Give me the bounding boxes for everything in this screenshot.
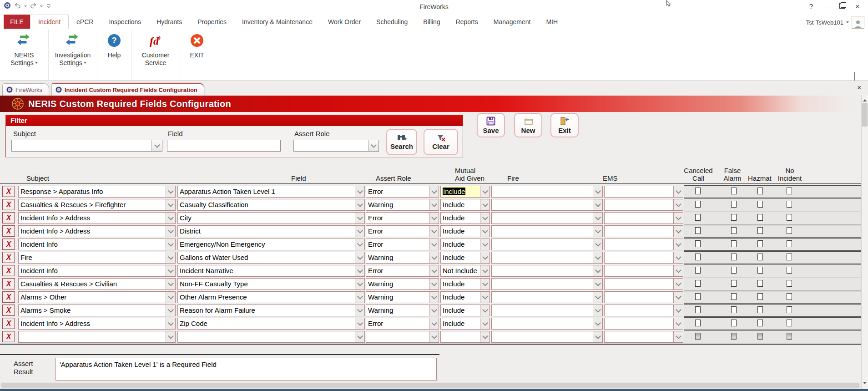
delete-row-button[interactable]: X	[2, 199, 15, 210]
tab-inventory-maintenance[interactable]: Inventory & Maintenance	[234, 15, 320, 29]
hazmat-checkbox[interactable]	[757, 267, 763, 274]
canceled-call-checkbox[interactable]	[695, 280, 701, 287]
mutual-aid-select[interactable]: Include	[440, 278, 490, 290]
canceled-call-checkbox[interactable]	[695, 333, 701, 340]
fire-select[interactable]	[491, 291, 603, 303]
mutual-aid-select[interactable]	[440, 331, 490, 343]
dropdown-arrow-icon[interactable]	[480, 305, 490, 316]
ems-select[interactable]	[604, 265, 683, 277]
delete-row-button[interactable]: X	[2, 239, 15, 250]
hazmat-checkbox[interactable]	[757, 240, 763, 247]
dropdown-arrow-icon[interactable]	[673, 292, 683, 303]
no-incident-checkbox[interactable]	[787, 280, 792, 287]
dropdown-arrow-icon[interactable]	[355, 305, 364, 316]
customer-service-button[interactable]: fd Customer Service	[131, 29, 180, 84]
dropdown-arrow-icon[interactable]	[480, 226, 490, 237]
field-select[interactable]: Reason for Alarm Failure	[177, 305, 365, 316]
dropdown-arrow-icon[interactable]	[355, 199, 364, 210]
new-button[interactable]: New	[514, 113, 542, 137]
assert-role-select[interactable]: Warning	[366, 252, 439, 264]
restore-button[interactable]	[834, 0, 850, 12]
filter-field-input[interactable]	[167, 140, 281, 152]
delete-row-button[interactable]: X	[2, 278, 15, 289]
dropdown-arrow-icon[interactable]	[166, 213, 175, 223]
field-select[interactable]: Apparatus Action Taken Level 1	[177, 186, 365, 198]
dropdown-arrow-icon[interactable]	[673, 265, 683, 276]
exit-form-button[interactable]: Exit	[550, 113, 579, 137]
mutual-aid-select[interactable]: Include	[440, 239, 490, 250]
canceled-call-checkbox[interactable]	[695, 320, 701, 326]
dropdown-arrow-icon[interactable]	[429, 305, 439, 316]
delete-row-button[interactable]: X	[2, 265, 15, 276]
hazmat-checkbox[interactable]	[757, 201, 763, 208]
tab-billing[interactable]: Billing	[415, 15, 448, 29]
dropdown-arrow-icon[interactable]	[355, 239, 364, 250]
mutual-aid-select[interactable]: Include	[440, 291, 490, 303]
canceled-call-checkbox[interactable]	[695, 240, 701, 247]
no-incident-checkbox[interactable]	[787, 254, 792, 260]
dropdown-arrow-icon[interactable]	[355, 252, 364, 263]
dropdown-arrow-icon[interactable]	[355, 213, 364, 223]
dropdown-arrow-icon[interactable]	[673, 331, 683, 342]
fire-select[interactable]	[491, 186, 603, 198]
false-alarm-checkbox[interactable]	[731, 254, 737, 260]
canceled-call-checkbox[interactable]	[695, 227, 701, 234]
dropdown-arrow-icon[interactable]	[166, 226, 175, 237]
canceled-call-checkbox[interactable]	[695, 188, 701, 194]
ems-select[interactable]	[604, 225, 683, 237]
dropdown-arrow-icon[interactable]	[151, 140, 162, 151]
subject-select[interactable]: Incident Info > Address	[18, 225, 176, 237]
false-alarm-checkbox[interactable]	[731, 240, 737, 247]
subject-select[interactable]: Alarms > Other	[18, 291, 176, 303]
dropdown-arrow-icon[interactable]	[429, 199, 439, 210]
false-alarm-checkbox[interactable]	[731, 201, 737, 208]
no-incident-checkbox[interactable]	[787, 306, 792, 313]
save-button[interactable]: Save	[477, 113, 505, 137]
close-button[interactable]: ×	[850, 0, 865, 12]
field-select[interactable]: District	[177, 225, 365, 237]
dropdown-arrow-icon[interactable]	[429, 239, 439, 250]
tab-inspections[interactable]: Inspections	[101, 15, 149, 29]
canceled-call-checkbox[interactable]	[695, 214, 701, 221]
dropdown-arrow-icon[interactable]	[593, 239, 602, 250]
dropdown-arrow-icon[interactable]	[429, 186, 439, 197]
dropdown-arrow-icon[interactable]	[593, 318, 602, 329]
fire-select[interactable]	[491, 305, 603, 316]
tab-incident[interactable]: Incident	[30, 15, 69, 29]
dropdown-arrow-icon[interactable]	[593, 252, 602, 263]
dropdown-arrow-icon[interactable]	[673, 252, 683, 263]
dropdown-arrow-icon[interactable]	[166, 252, 175, 263]
dropdown-arrow-icon[interactable]	[429, 331, 439, 342]
dropdown-arrow-icon[interactable]	[166, 279, 175, 289]
mutual-aid-select[interactable]: Include	[440, 318, 490, 330]
dropdown-arrow-icon[interactable]	[166, 265, 175, 276]
dropdown-arrow-icon[interactable]	[673, 318, 683, 329]
tab-scheduling[interactable]: Scheduling	[368, 15, 415, 29]
no-incident-checkbox[interactable]	[787, 240, 792, 247]
delete-row-button[interactable]: X	[2, 331, 15, 342]
ems-select[interactable]	[604, 212, 683, 224]
tab-mih[interactable]: MIH	[538, 15, 565, 29]
dropdown-arrow-icon[interactable]	[593, 213, 602, 223]
dropdown-arrow-icon[interactable]	[480, 292, 490, 303]
close-doc-tab-button[interactable]: ×	[857, 85, 861, 91]
dropdown-arrow-icon[interactable]	[673, 213, 683, 223]
canceled-call-checkbox[interactable]	[695, 306, 701, 313]
canceled-call-checkbox[interactable]	[695, 267, 701, 274]
delete-row-button[interactable]: X	[2, 212, 15, 223]
dropdown-arrow-icon[interactable]	[480, 279, 490, 289]
field-select[interactable]: Non-FF Casualty Type	[177, 278, 365, 290]
assert-role-select[interactable]: Error	[366, 225, 439, 237]
dropdown-arrow-icon[interactable]	[593, 226, 602, 237]
false-alarm-checkbox[interactable]	[731, 227, 737, 234]
assert-role-select[interactable]: Error	[366, 239, 439, 250]
no-incident-checkbox[interactable]	[787, 293, 792, 300]
dropdown-arrow-icon[interactable]	[429, 318, 439, 329]
tab-properties[interactable]: Properties	[190, 15, 234, 29]
subject-select[interactable]: Incident Info	[18, 265, 176, 277]
canceled-call-checkbox[interactable]	[695, 254, 701, 260]
dropdown-arrow-icon[interactable]	[593, 292, 602, 303]
dropdown-arrow-icon[interactable]	[480, 199, 490, 210]
dropdown-arrow-icon[interactable]	[429, 252, 439, 263]
dropdown-arrow-icon[interactable]	[593, 331, 602, 342]
